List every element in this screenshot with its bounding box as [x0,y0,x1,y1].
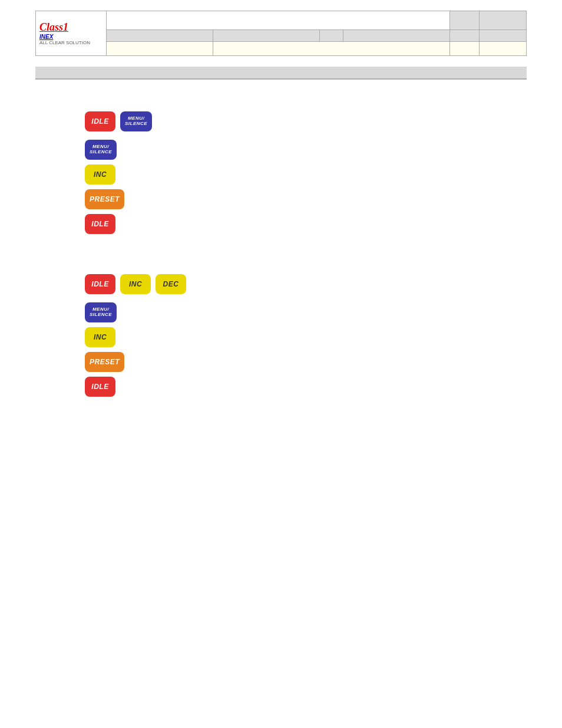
header-r2-cr1 [450,30,480,42]
btn-col-2: MENU/ SILENCE INC PRESET iDLE [82,300,527,399]
menu-silence-button-1[interactable]: MENU/ SILENCE [120,111,152,131]
button-section-1: iDLE MENU/ SILENCE MENU/ SILENCE INC PRE… [82,109,527,236]
header-r2-c2 [213,30,320,42]
header-r2-c3 [320,30,343,42]
header-r2-cr2 [480,30,527,42]
logo-class1: Class1 [39,21,68,33]
inc-button-1[interactable]: INC [85,164,115,185]
logo-inex: INEX [39,34,103,40]
header-r3-c2 [213,42,450,56]
header-table: Class1 INEX ALL CLEAR SOLUTION [35,11,527,56]
btn-row-2-1: iDLE INC DEC [82,272,527,297]
menu-silence-button-1b[interactable]: MENU/ SILENCE [85,140,117,160]
btn-row-1-1: iDLE MENU/ SILENCE [82,109,527,134]
idle-button-1[interactable]: iDLE [85,111,115,131]
header-r3-cr1 [450,42,480,56]
menu-silence-button-2[interactable]: MENU/ SILENCE [85,302,117,322]
logo-sub: ALL CLEAR SOLUTION [39,40,103,45]
header-title-cell [107,11,450,30]
button-section-2: iDLE INC DEC MENU/ SILENCE INC PRESET iD… [82,272,527,399]
content-area: iDLE MENU/ SILENCE MENU/ SILENCE INC PRE… [35,80,527,411]
section-bar [35,67,527,80]
inc-button-2b[interactable]: INC [85,327,115,347]
inc-button-2a[interactable]: INC [120,274,151,294]
idle-button-1b[interactable]: iDLE [85,214,115,234]
dec-button-2[interactable]: DEC [156,274,186,294]
idle-button-2b[interactable]: iDLE [85,377,115,397]
idle-button-2[interactable]: iDLE [85,274,115,294]
header-r2-c4 [343,30,450,42]
header-col-r1 [450,11,480,30]
header-r3-c1 [107,42,213,56]
header-r3-cr2 [480,42,527,56]
preset-button-2[interactable]: PRESET [85,352,124,372]
btn-col-1: MENU/ SILENCE INC PRESET iDLE [82,137,527,236]
header-r2-c1 [107,30,213,42]
header-col-r2 [480,11,527,30]
preset-button-1[interactable]: PRESET [85,189,124,209]
logo-cell: Class1 INEX ALL CLEAR SOLUTION [36,11,107,56]
